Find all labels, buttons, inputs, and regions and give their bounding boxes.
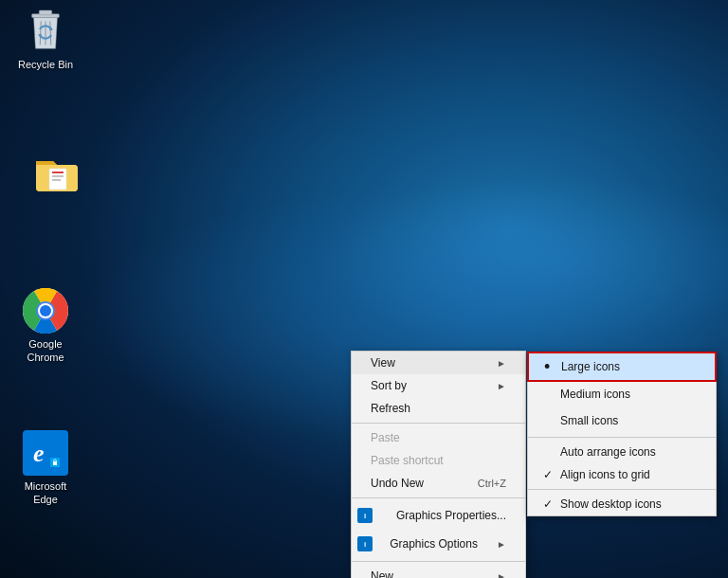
submenu-large-icons[interactable]: • Large icons [528, 352, 716, 381]
align-icons-label: Align icons to grid [560, 468, 650, 481]
folder-image [34, 151, 80, 196]
new-arrow-icon: ► [497, 571, 506, 579]
submenu-sep2 [528, 489, 716, 490]
submenu-sep1 [528, 437, 716, 438]
edge-image: e [23, 430, 68, 476]
menu-item-graphics-properties[interactable]: i Graphics Properties... [352, 501, 525, 530]
menu-item-new[interactable]: New ► [352, 565, 525, 578]
new-label: New [371, 569, 393, 578]
svg-rect-1 [39, 10, 51, 15]
submenu-small-icons[interactable]: • Small icons [528, 407, 716, 434]
menu-item-paste-shortcut: Paste shortcut [352, 449, 525, 472]
menu-view-label: View [371, 356, 395, 370]
folder-icon[interactable] [19, 147, 95, 204]
context-sep3 [352, 561, 525, 562]
submenu-show-desktop-icons[interactable]: ✓ Show desktop icons [528, 493, 716, 515]
context-menu: View ► • Large icons • Medium icons • Sm… [351, 351, 526, 578]
menu-item-paste: Paste [352, 426, 525, 449]
small-icons-label: Small icons [560, 414, 618, 427]
refresh-label: Refresh [371, 402, 410, 415]
graphics-properties-label: Graphics Properties... [396, 509, 506, 522]
large-icons-label: Large icons [561, 360, 620, 373]
svg-text:e: e [33, 440, 45, 467]
submenu-medium-icons[interactable]: • Medium icons [528, 381, 716, 407]
menu-item-graphics-options[interactable]: i Graphics Options ► [352, 530, 525, 558]
edge-label: Microsoft Edge [11, 479, 80, 507]
sort-by-label: Sort by [371, 379, 407, 392]
edge-desktop-icon[interactable]: e Microsoft Edge [8, 426, 83, 511]
chrome-label: Google Chrome [11, 337, 80, 365]
sort-by-arrow-icon: ► [497, 381, 506, 391]
menu-item-refresh[interactable]: Refresh [352, 397, 525, 420]
recycle-bin-icon[interactable]: Recycle Bin [8, 5, 83, 75]
recycle-bin-image [23, 9, 68, 54]
submenu-align-icons[interactable]: ✓ Align icons to grid [528, 463, 716, 486]
desktop: Recycle Bin [0, 0, 728, 578]
chrome-image [23, 288, 68, 334]
menu-item-sort-by[interactable]: Sort by ► [352, 374, 525, 397]
recycle-bin-label: Recycle Bin [18, 58, 73, 71]
view-submenu: • Large icons • Medium icons • Small ico… [527, 352, 717, 516]
auto-arrange-label: Auto arrange icons [560, 445, 656, 459]
align-icons-check: ✓ [543, 468, 556, 481]
submenu-auto-arrange[interactable]: ✓ Auto arrange icons [528, 441, 716, 463]
paste-label: Paste [371, 431, 400, 444]
svg-rect-17 [53, 461, 57, 465]
menu-item-view[interactable]: View ► • Large icons • Medium icons • Sm… [352, 352, 525, 374]
graphics-options-label: Graphics Options [390, 537, 478, 551]
menu-item-undo-new[interactable]: Undo New Ctrl+Z [352, 472, 525, 495]
undo-new-label: Undo New [371, 477, 424, 490]
context-sep2 [352, 497, 525, 498]
graphics-options-arrow-icon: ► [497, 539, 506, 550]
show-desktop-label: Show desktop icons [560, 497, 662, 511]
paste-shortcut-label: Paste shortcut [371, 454, 444, 467]
view-arrow-icon: ► [497, 358, 506, 369]
show-desktop-check: ✓ [543, 497, 556, 511]
graphics-properties-icon: i [355, 506, 374, 525]
chrome-desktop-icon[interactable]: Google Chrome [8, 284, 83, 369]
svg-point-14 [40, 305, 51, 316]
context-sep1 [352, 423, 525, 424]
medium-icons-label: Medium icons [560, 388, 630, 401]
graphics-options-icon: i [355, 534, 374, 553]
undo-new-shortcut: Ctrl+Z [478, 478, 506, 489]
large-icons-bullet: • [544, 358, 557, 375]
